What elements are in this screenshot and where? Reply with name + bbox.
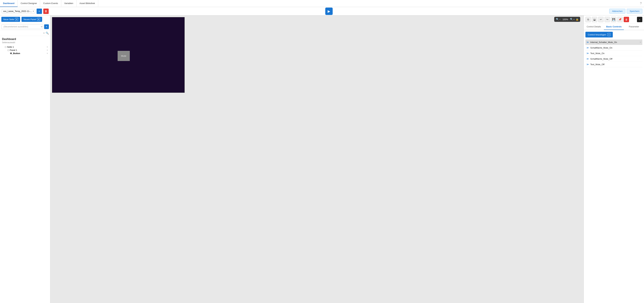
lock-icon[interactable]: 🔒	[576, 18, 578, 21]
tree-label-mbutton: M_Button	[10, 52, 46, 55]
project-label: xxx_Lasse_Temp_2022-11-...	[3, 10, 32, 13]
canvas-toolbar: 🔍− 100% 🔍+ 🔒	[554, 17, 580, 22]
add-control-label: Control hinzufügen	[588, 34, 606, 36]
control-label-text-on: Text_Mute_On	[590, 52, 641, 55]
abbrechen-button[interactable]: Abbrechen	[609, 9, 626, 14]
delete-project-button[interactable]: 🗑	[43, 9, 49, 14]
zoom-out-icon[interactable]: 🔍−	[556, 18, 560, 21]
tree-title: Dashboard	[2, 38, 48, 41]
speichern-button[interactable]: Speichern	[627, 9, 642, 14]
canvas-dark-bg: Mute	[52, 17, 184, 93]
close-internal-icon[interactable]: ✕	[640, 41, 641, 44]
left-panel: Neue Seite + Neues Panel + (Steuerelemen…	[0, 16, 50, 303]
toolbar-row: xxx_Lasse_Temp_2022-11-... ▾ + 🗑 ▶ Abbre…	[0, 7, 644, 16]
redo-button[interactable]: ↪	[604, 17, 610, 22]
search-row: ✕ 🔍	[0, 30, 50, 36]
tab-asset-bibliothek[interactable]: Asset Bibliothek	[76, 0, 98, 7]
canvas-area: 🔍− 100% 🔍+ 🔒 Mute	[50, 16, 584, 303]
chevron-text-off-icon: ≫	[586, 63, 589, 66]
neues-panel-button[interactable]: Neues Panel +	[22, 17, 42, 22]
control-item-schaltflaeche-on[interactable]: ≫ Schaltfläche_Mute_On	[586, 45, 642, 51]
project-dropdown[interactable]: xxx_Lasse_Temp_2022-11-... ▾	[2, 9, 35, 13]
control-item-text-off[interactable]: ≫ Text_Mute_Off	[586, 62, 642, 67]
delete-control-button[interactable]: 🗑	[624, 17, 629, 22]
tab-variablen[interactable]: Variablen	[61, 0, 76, 7]
control-label-text-off: Text_Mute_Off	[590, 63, 641, 66]
tab-basic-controls[interactable]: Basic Controls	[604, 24, 624, 30]
control-item-text-on[interactable]: ≫ Text_Mute_On	[586, 51, 642, 56]
tree-area: Dashboard Seitenauswahl ▢ Seite 1 ✕ ▢ Pa…	[0, 36, 50, 303]
folder-icon-seite1: ▢	[5, 46, 6, 48]
tree-item-panel1[interactable]: ▢ Panel 1 ✕	[2, 49, 48, 52]
tab-custom-events[interactable]: Custom Events	[40, 0, 61, 7]
zoom-in-icon[interactable]: 🔍+	[570, 18, 575, 21]
chevron-schaltflaeche-on-icon: ≫	[586, 46, 589, 49]
chevron-text-on-icon: ≫	[586, 52, 589, 55]
right-toolbar: ⧉ ⬓ ↩ ↪ 💾 📌 🗑 »	[584, 16, 644, 24]
add-control-small-button[interactable]: +	[44, 24, 49, 29]
add-project-button[interactable]: +	[36, 9, 42, 14]
save-button[interactable]: 💾	[611, 17, 616, 22]
toolbar-right: Abbrechen Speichern	[609, 9, 642, 14]
copy-button[interactable]: ⧉	[586, 17, 591, 22]
expand-button[interactable]: »	[637, 17, 642, 22]
control-label-schaltflaeche-off: Schaltfläche_Mute_Off	[590, 58, 641, 60]
tab-parameter[interactable]: Parameter	[624, 24, 644, 30]
mute-button-widget[interactable]: Mute	[118, 51, 130, 61]
control-select-row: (Steuerelement auswählen) +	[0, 23, 50, 30]
tab-control-designer[interactable]: Control Designer	[18, 0, 40, 7]
search-clear-icon[interactable]: ✕	[43, 32, 45, 35]
close-panel1-icon[interactable]: ✕	[46, 49, 48, 51]
tab-control-details[interactable]: Control Details	[584, 24, 604, 30]
main-area: Neue Seite + Neues Panel + (Steuerelemen…	[0, 16, 644, 303]
dropdown-arrow-icon: ▾	[33, 10, 34, 12]
pin-button[interactable]: 📌	[617, 17, 623, 22]
tab-dashboard[interactable]: Dashboard	[0, 0, 18, 7]
neues-panel-label: Neues Panel	[24, 18, 36, 21]
folder-icon-panel1: ▢	[8, 49, 9, 51]
tree-subtitle: Seitenauswahl	[2, 41, 48, 44]
left-panel-top: Neue Seite + Neues Panel +	[0, 16, 50, 23]
control-item-schaltflaeche-off[interactable]: ≫ Schaltfläche_Mute_Off	[586, 56, 642, 62]
neues-panel-plus-icon: +	[37, 18, 40, 21]
control-select[interactable]: (Steuerelement auswählen)	[1, 24, 43, 29]
undo-button[interactable]: ↩	[598, 17, 604, 22]
tree-item-seite1[interactable]: ▢ Seite 1 ✕	[2, 45, 48, 49]
tree-label-panel1: Panel 1	[10, 49, 46, 51]
right-tabs: Control Details Basic Controls Parameter	[584, 24, 644, 30]
control-label-internal-schalter: Internal_Schalter_Mute_On	[590, 41, 640, 44]
neue-seite-button[interactable]: Neue Seite +	[1, 17, 20, 22]
right-content: Control hinzufügen + ≫ Internal_Schalter…	[584, 30, 644, 303]
add-control-plus-icon: +	[608, 33, 610, 36]
play-button[interactable]: ▶	[325, 8, 333, 15]
tree-label-seite1: Seite 1	[7, 46, 46, 48]
search-input[interactable]	[1, 31, 42, 35]
add-control-button[interactable]: Control hinzufügen +	[586, 32, 613, 38]
canvas-surface: Mute	[50, 16, 584, 303]
zoom-value: 100%	[562, 18, 569, 21]
toolbar-center: ▶	[50, 8, 608, 15]
control-label-schaltflaeche-on: Schaltfläche_Mute_On	[590, 47, 641, 49]
neue-seite-plus-icon: +	[15, 18, 18, 21]
search-icon[interactable]: 🔍	[46, 32, 49, 35]
top-nav: Dashboard Control Designer Custom Events…	[0, 0, 644, 7]
tree-item-mbutton[interactable]: M_Button ✕	[2, 52, 48, 55]
right-panel: ⧉ ⬓ ↩ ↪ 💾 📌 🗑 » Control Details Basic Co…	[584, 16, 644, 303]
chevron-internal-icon: ≫	[586, 41, 589, 44]
close-mbutton-icon[interactable]: ✕	[46, 52, 48, 55]
close-seite1-icon[interactable]: ✕	[46, 46, 48, 48]
help-icon[interactable]: ?	[638, 0, 644, 7]
neue-seite-label: Neue Seite	[3, 18, 14, 21]
chevron-schaltflaeche-off-icon: ≫	[586, 58, 589, 60]
paste-button[interactable]: ⬓	[592, 17, 597, 22]
control-item-internal-schalter[interactable]: ≫ Internal_Schalter_Mute_On ✕	[586, 40, 642, 45]
